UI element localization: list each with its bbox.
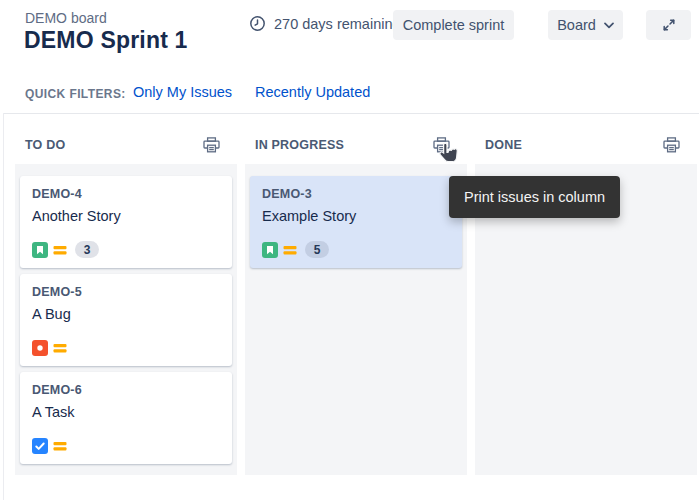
complete-sprint-label: Complete sprint (403, 17, 505, 33)
task-icon (32, 438, 48, 454)
column-header-todo: TO DO (15, 133, 237, 157)
column-title: TO DO (25, 138, 65, 152)
chevron-down-icon (604, 22, 614, 29)
column-header-inprogress: IN PROGRESS (245, 133, 467, 157)
story-icon (262, 242, 278, 258)
print-column-button[interactable] (203, 137, 220, 153)
board-menu-button[interactable]: Board (548, 10, 623, 40)
issue-card-demo-3[interactable]: DEMO-3 Example Story 5 (250, 176, 462, 268)
tooltip-text: Print issues in column (464, 189, 605, 205)
issue-key: DEMO-3 (262, 187, 450, 201)
complete-sprint-button[interactable]: Complete sprint (393, 10, 514, 40)
printer-icon (203, 141, 220, 156)
issue-summary: Another Story (32, 208, 220, 224)
fullscreen-button[interactable] (646, 10, 691, 40)
story-icon (32, 242, 48, 258)
estimate-badge: 3 (75, 241, 99, 258)
priority-medium-icon (283, 244, 297, 256)
priority-medium-icon (53, 342, 67, 354)
days-remaining-label: 270 days remaining (274, 16, 401, 32)
print-column-button[interactable] (663, 137, 680, 153)
issue-summary: A Task (32, 404, 220, 420)
priority-medium-icon (53, 244, 67, 256)
expand-icon (661, 17, 677, 33)
days-remaining: 270 days remaining (249, 15, 401, 32)
filter-recently-updated[interactable]: Recently Updated (255, 84, 370, 100)
column-title: IN PROGRESS (255, 138, 344, 152)
issue-card-demo-4[interactable]: DEMO-4 Another Story 3 (20, 176, 232, 268)
issue-key: DEMO-5 (32, 285, 220, 299)
column-inprogress: DEMO-3 Example Story 5 (245, 164, 467, 475)
page-title: DEMO Sprint 1 (24, 27, 188, 54)
issue-summary: A Bug (32, 306, 220, 322)
tooltip: Print issues in column (449, 176, 620, 218)
issue-card-demo-6[interactable]: DEMO-6 A Task (20, 372, 232, 464)
header-divider (4, 113, 699, 114)
column-title: DONE (485, 138, 522, 152)
board-left-border (3, 113, 4, 500)
priority-medium-icon (53, 440, 67, 452)
column-header-done: DONE (475, 133, 697, 157)
printer-icon (663, 141, 680, 156)
issue-summary: Example Story (262, 208, 450, 224)
clock-icon (249, 15, 266, 32)
issue-card-demo-5[interactable]: DEMO-5 A Bug (20, 274, 232, 366)
quick-filters-label: QUICK FILTERS: (25, 87, 126, 101)
column-todo: DEMO-4 Another Story 3 DEMO-5 A Bug (15, 164, 237, 475)
issue-key: DEMO-4 (32, 187, 220, 201)
issue-key: DEMO-6 (32, 383, 220, 397)
breadcrumb[interactable]: DEMO board (25, 10, 107, 26)
filter-only-my-issues[interactable]: Only My Issues (133, 84, 232, 100)
hand-cursor-icon (436, 140, 461, 169)
bug-icon (32, 340, 48, 356)
board-menu-label: Board (557, 17, 596, 33)
estimate-badge: 5 (305, 241, 329, 258)
